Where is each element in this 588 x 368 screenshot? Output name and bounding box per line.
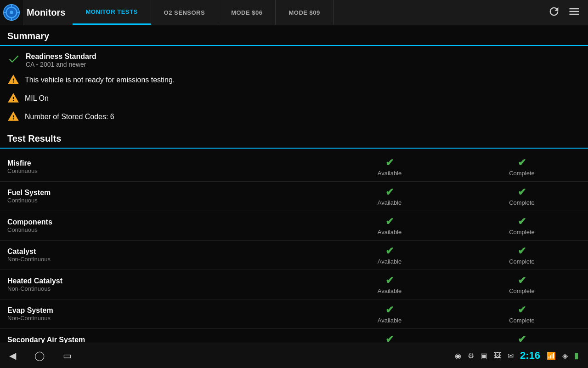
- nav-right: ◉ ⚙ ▣ 🖼 ✉ 2:16 📶 ◈ ▮: [455, 350, 579, 362]
- tab-bar: MONITOR TESTS O2 SENSORS MODE $06 MODE $…: [73, 0, 548, 25]
- available-cell: ✔ Available: [323, 241, 456, 270]
- stored-codes-text: Number of Stored Codes: 6: [25, 110, 114, 123]
- test-name: Catalyst: [7, 247, 316, 256]
- available-cell: ✔ Available: [323, 152, 456, 182]
- bottombar: ◀ ◯ ▭ ◉ ⚙ ▣ 🖼 ✉ 2:16 📶 ◈ ▮: [0, 343, 588, 368]
- complete-label: Complete: [460, 258, 583, 265]
- complete-cell: ✔ Complete: [456, 270, 588, 299]
- available-label: Available: [328, 288, 451, 294]
- available-cell: ✔ Available: [323, 182, 456, 211]
- recents-icon[interactable]: ▭: [63, 350, 72, 361]
- readiness-check-icon: [7, 52, 20, 65]
- available-label: Available: [328, 170, 451, 177]
- location-icon: ◉: [455, 351, 461, 360]
- test-type: Continuous: [7, 226, 316, 233]
- complete-cell: ✔ Complete: [456, 299, 588, 329]
- table-row: Catalyst Non-Continuous ✔ Available ✔ Co…: [0, 241, 588, 270]
- test-name-cell: Evap System Non-Continuous: [0, 299, 323, 329]
- test-name: Evap System: [7, 306, 316, 315]
- complete-check-icon: ✔: [460, 157, 583, 169]
- emission-warn-icon: [7, 74, 19, 86]
- available-cell: ✔ Available: [323, 211, 456, 241]
- complete-check-icon: ✔: [460, 275, 583, 287]
- tab-mode09[interactable]: MODE $09: [276, 0, 333, 25]
- clock-display: 2:16: [520, 350, 540, 362]
- table-row: Heated Catalyst Non-Continuous ✔ Availab…: [0, 270, 588, 299]
- emission-warning-row: This vehicle is not ready for emissions …: [0, 71, 588, 89]
- tab-mode06[interactable]: MODE $06: [218, 0, 276, 25]
- available-label: Available: [328, 199, 451, 206]
- mil-row: MIL On: [0, 89, 588, 108]
- test-name-cell: Catalyst Non-Continuous: [0, 241, 323, 270]
- available-check-icon: ✔: [328, 157, 451, 169]
- emission-warning-text: This vehicle is not ready for emissions …: [25, 74, 175, 86]
- complete-label: Complete: [460, 199, 583, 206]
- menu-icon[interactable]: [568, 5, 581, 20]
- available-cell: ✔ Available: [323, 270, 456, 299]
- available-check-icon: ✔: [328, 216, 451, 228]
- readiness-subtitle: CA - 2001 and newer: [26, 61, 96, 68]
- readiness-row: Readiness Standard CA - 2001 and newer: [0, 50, 588, 71]
- complete-label: Complete: [460, 288, 583, 294]
- available-check-icon: ✔: [328, 334, 451, 343]
- test-results-header: Test Results: [0, 126, 588, 148]
- complete-label: Complete: [460, 229, 583, 236]
- tab-monitor-tests[interactable]: MONITOR TESTS: [73, 0, 151, 25]
- test-type: Non-Continuous: [7, 315, 316, 322]
- readiness-title: Readiness Standard: [26, 52, 96, 61]
- table-row: Misfire Continuous ✔ Available ✔ Complet…: [0, 152, 588, 182]
- nav-left: ◀ ◯ ▭: [9, 350, 72, 361]
- stored-codes-row: Number of Stored Codes: 6: [0, 108, 588, 126]
- topbar: Monitors MONITOR TESTS O2 SENSORS MODE $…: [0, 0, 588, 25]
- test-name-cell: Components Continuous: [0, 211, 323, 241]
- test-name: Heated Catalyst: [7, 277, 316, 285]
- back-icon[interactable]: ◀: [9, 350, 16, 361]
- email-icon: ✉: [508, 351, 514, 360]
- battery-icon: ▮: [574, 351, 579, 361]
- stored-codes-warn-icon: [7, 110, 19, 122]
- table-row: Components Continuous ✔ Available ✔ Comp…: [0, 211, 588, 241]
- home-icon[interactable]: ◯: [34, 350, 45, 361]
- complete-cell: ✔ Complete: [456, 152, 588, 182]
- test-results-divider: [0, 148, 588, 149]
- complete-check-icon: ✔: [460, 186, 583, 198]
- test-type: Continuous: [7, 167, 316, 174]
- svg-point-2: [10, 11, 13, 14]
- summary-header: Summary: [0, 25, 588, 45]
- complete-cell: ✔ Complete: [456, 329, 588, 343]
- complete-cell: ✔ Complete: [456, 211, 588, 241]
- test-name-cell: Secondary Air System Non-Continuous: [0, 329, 323, 343]
- available-cell: ✔ Available: [323, 329, 456, 343]
- table-row: Secondary Air System Non-Continuous ✔ Av…: [0, 329, 588, 343]
- available-label: Available: [328, 258, 451, 265]
- complete-label: Complete: [460, 170, 583, 177]
- tab-o2-sensors[interactable]: O2 SENSORS: [151, 0, 219, 25]
- complete-check-icon: ✔: [460, 216, 583, 228]
- readiness-text: Readiness Standard CA - 2001 and newer: [26, 52, 96, 68]
- app-icon: [0, 0, 23, 25]
- test-name-cell: Misfire Continuous: [0, 152, 323, 182]
- available-label: Available: [328, 229, 451, 236]
- test-name-cell: Fuel System Continuous: [0, 182, 323, 211]
- image-icon: 🖼: [494, 351, 501, 360]
- complete-check-icon: ✔: [460, 304, 583, 316]
- table-row: Fuel System Continuous ✔ Available ✔ Com…: [0, 182, 588, 211]
- app-title: Monitors: [23, 7, 73, 18]
- test-name: Misfire: [7, 159, 316, 167]
- available-cell: ✔ Available: [323, 299, 456, 329]
- test-name: Components: [7, 218, 316, 226]
- test-name-cell: Heated Catalyst Non-Continuous: [0, 270, 323, 299]
- summary-divider: [0, 45, 588, 46]
- table-row: Evap System Non-Continuous ✔ Available ✔…: [0, 299, 588, 329]
- complete-cell: ✔ Complete: [456, 241, 588, 270]
- bluetooth-icon: ◈: [562, 351, 568, 360]
- available-label: Available: [328, 317, 451, 324]
- test-name: Secondary Air System: [7, 336, 316, 343]
- complete-check-icon: ✔: [460, 245, 583, 257]
- test-name: Fuel System: [7, 189, 316, 197]
- mil-status-text: MIL On: [25, 92, 49, 105]
- refresh-icon[interactable]: [548, 5, 560, 20]
- test-type: Non-Continuous: [7, 256, 316, 263]
- test-results-table: Misfire Continuous ✔ Available ✔ Complet…: [0, 152, 588, 343]
- content-area: Summary Readiness Standard CA - 2001 and…: [0, 25, 588, 343]
